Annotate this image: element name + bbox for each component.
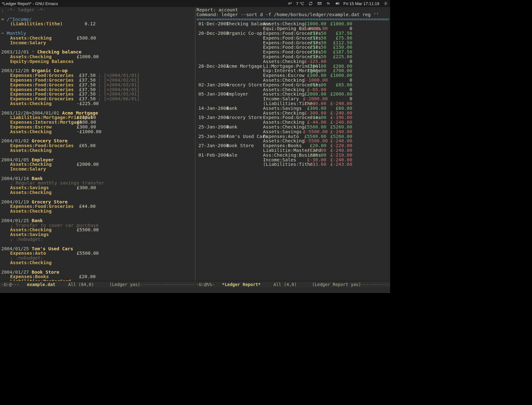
report-line: Expenses:Escrow£300.00£1000.00 xyxy=(197,73,389,78)
source-line xyxy=(1,171,194,176)
source-line: ~ Monthly xyxy=(1,31,194,36)
source-line: (Liabilities:Tithe)0.12 xyxy=(1,22,194,26)
source-line: Liabilities:MasterCard xyxy=(1,279,194,281)
source-line: Expenses:Food:Groceries£65.00 xyxy=(1,143,194,148)
cursor-position: All (4,0) xyxy=(274,282,297,287)
source-line: Assets:Checking£5500.00 xyxy=(1,227,194,232)
network-icon[interactable] xyxy=(326,1,331,6)
buffer-name: example.dat xyxy=(27,282,55,287)
source-line: Assets:Checking-£225.00 xyxy=(1,101,194,106)
source-line: ; :nobudget: xyxy=(1,237,194,242)
report-line: 20-Dec-2003Organic Co-opExpens:Food:Groc… xyxy=(197,31,389,36)
volume-icon[interactable] xyxy=(335,1,340,6)
modeline-status: -U:@--- xyxy=(1,282,19,287)
source-line: 2004/01/27 Book Store xyxy=(1,270,194,275)
source-line: Income:Salary xyxy=(1,40,194,45)
source-line xyxy=(1,134,194,139)
weather-icon[interactable] xyxy=(287,1,292,6)
top-panel: *Ledger Report* - GNU Emacs 7 °C Fri 15 … xyxy=(0,0,390,7)
report-line: 14-Jan-2004BankAssets:Savings£300.00£60.… xyxy=(197,106,389,111)
svg-point-2 xyxy=(385,3,386,4)
source-line: ; :nobudget: xyxy=(1,256,194,260)
refresh-icon[interactable] xyxy=(308,1,313,6)
source-line: ; Transfer to cover car purchase xyxy=(1,223,194,228)
source-line xyxy=(1,12,194,17)
source-line: Liabilities:Mortgage:Principal£200.00 xyxy=(1,115,194,120)
report-line: 01-Dec-2003Checking balanceAssets:Checki… xyxy=(197,22,389,26)
report-line: (Liabilities:Tithe)£-240.00£-240.00 xyxy=(197,101,389,106)
report-line: Expens:Food:Groceries£37.50£150.00 xyxy=(197,45,389,50)
source-line: Expenses:Auto£5500.00 xyxy=(1,251,194,256)
source-line xyxy=(1,214,194,218)
report-line: Assets:Checking£-65.000 xyxy=(197,87,389,92)
source-line: Expenses:Interest:Mortgage£500.00 xyxy=(1,120,194,125)
cursor-position: All (64,0) xyxy=(68,282,94,287)
source-line: Expenses:Food:Groceries£37.50; [=2004/02… xyxy=(1,78,194,83)
report-line: Expens:Food:Groceries£37.50£112.50 xyxy=(197,40,389,45)
mail-icon[interactable] xyxy=(317,1,322,6)
source-line: Expenses:Food:Groceries£37.50; [=2004/03… xyxy=(1,83,194,87)
major-mode: (Ledger yas) xyxy=(109,282,140,287)
minibuffer[interactable] xyxy=(0,287,390,293)
report-line: Exp:Interest:Mortgage£500.00£700.00 xyxy=(197,68,389,73)
report-line: (Liabilities:Tithe)£-3.60£-243.60 xyxy=(197,162,389,167)
source-line: Assets:Checking xyxy=(1,209,194,214)
source-line: 2003/12/01 * Checking balance xyxy=(1,50,194,54)
report-line: 05-Jan-2004EmployerAssets:Checking£2000.… xyxy=(197,92,389,97)
source-line: 2004/01/25 Tom's Used Cars xyxy=(1,246,194,251)
report-line: Expens:Food:Groceries£37.50£187.50 xyxy=(197,50,389,54)
source-line: 2004/01/05 Employer xyxy=(1,158,194,162)
report-line: 19-Jan-2004Grocery StoreExpens:Food:Groc… xyxy=(197,115,389,120)
report-line: 02-Jan-2004Grocery StoreExpens:Food:Groc… xyxy=(197,83,389,87)
emacs-frame: ; -*- ledger -*- = /^Income/(Liabilities… xyxy=(0,7,390,281)
source-line: Income:Salary xyxy=(1,167,194,171)
source-line xyxy=(1,195,194,200)
report-line: Equi:Opening Balances£-1000.000 xyxy=(197,26,389,31)
modeline-dashes: ----------------------------------------… xyxy=(361,282,390,287)
source-line: Expenses:Books£20.00 xyxy=(1,274,194,279)
source-line: 2003/12/28=2004/01/01 Acme Mortgage xyxy=(1,111,194,115)
report-line: Expens:Food:Groceries£37.50£225.00 xyxy=(197,54,389,59)
report-line: 25-Jan-2004BankAssets:Checking£5500.00£5… xyxy=(197,125,389,129)
report-line: Assets:Savings£-5500.00£-240.00 xyxy=(197,129,389,134)
source-line xyxy=(1,64,194,69)
ledger-report-buffer[interactable]: Report: accountCommand: ledger --sort d … xyxy=(195,7,390,281)
source-line: ; -*- ledger -*- xyxy=(1,8,194,12)
source-line: 2004/01/25 Bank xyxy=(1,218,194,223)
report-line: Expens:Food:Groceries£37.50£75.00 xyxy=(197,36,389,40)
source-line: Assets:Checking xyxy=(1,190,194,195)
clock: Fri 15 Mar 17:11:19 xyxy=(344,1,379,6)
source-line xyxy=(1,153,194,158)
report-line: Assets:Checking£-44.00£-240.00 xyxy=(197,120,389,125)
modelines: -U:@--- example.dat All (64,0) (Ledger y… xyxy=(0,281,390,287)
ledger-source-buffer[interactable]: ; -*- ledger -*- = /^Income/(Liabilities… xyxy=(0,7,195,281)
report-line: Assets:Checking£-225.000 xyxy=(197,59,389,64)
major-mode: (Ledger Report yas) xyxy=(312,282,361,287)
source-line: 2004/01/19 Grocery Store xyxy=(1,200,194,204)
source-line: Expenses:Escrow£300.00 xyxy=(1,125,194,129)
window-title: *Ledger Report* - GNU Emacs xyxy=(2,1,287,6)
source-line: 2004/01/14 Bank xyxy=(1,176,194,181)
source-line: 2004/01/02 Grocery Store xyxy=(1,139,194,143)
source-line: Equity:Opening Balances xyxy=(1,59,194,64)
report-line: Income:Sales£-30.00£-240.00 xyxy=(197,158,389,162)
report-line: Assets:Checking£-300.00£-240.00 xyxy=(197,111,389,115)
report-line: 25-Jan-2004Tom's Used CarsExpenses:Auto£… xyxy=(197,134,389,139)
report-line: Assets:Checking£-1000.000 xyxy=(197,78,389,83)
weather-text: 7 °C xyxy=(296,1,304,6)
source-line xyxy=(1,265,194,270)
report-line: 27-Jan-2004Book StoreExpenses:Books£20.0… xyxy=(197,143,389,148)
source-line: Assets:Savings£300.00 xyxy=(1,185,194,190)
modeline-right[interactable]: -U:@%%- *Ledger Report* All (4,0) (Ledge… xyxy=(195,282,390,287)
source-line xyxy=(1,26,194,31)
source-line: Expenses:Food:Groceries£37.50; [=2004/06… xyxy=(1,97,194,101)
source-line: Assets:Savings xyxy=(1,232,194,237)
modeline-dashes: ----------------------------------------… xyxy=(140,282,195,287)
settings-icon[interactable] xyxy=(383,1,388,6)
source-line: Assets:Checking xyxy=(1,148,194,153)
modeline-left[interactable]: -U:@--- example.dat All (64,0) (Ledger y… xyxy=(0,282,195,287)
source-line: ; Regular monthly savings transfer xyxy=(1,181,194,185)
source-line xyxy=(1,45,194,50)
report-line: Income:Salary£-2000.000 xyxy=(197,97,389,101)
svg-point-0 xyxy=(288,3,290,4)
